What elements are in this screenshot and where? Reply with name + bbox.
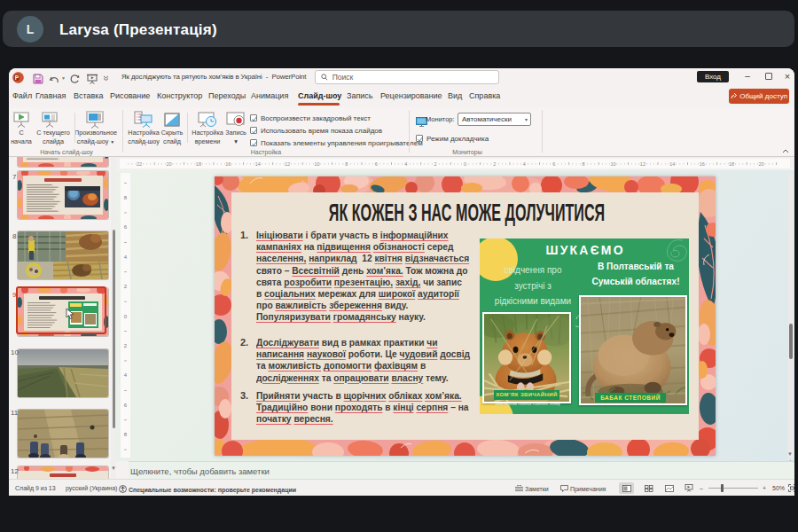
svg-text:2: 2 <box>493 161 496 167</box>
svg-text:P: P <box>15 74 20 81</box>
svg-text:22: 22 <box>137 161 142 167</box>
svg-text:16: 16 <box>225 161 231 167</box>
svg-text:16: 16 <box>700 161 705 167</box>
svg-text:2: 2 <box>434 161 437 167</box>
svg-text:20: 20 <box>166 161 171 167</box>
svg-text:8: 8 <box>345 161 348 167</box>
svg-text:12: 12 <box>640 161 645 167</box>
svg-text:12: 12 <box>285 161 290 167</box>
svg-text:20: 20 <box>758 161 763 167</box>
svg-text:0: 0 <box>464 161 466 167</box>
svg-text:10: 10 <box>610 161 615 167</box>
svg-text:8: 8 <box>583 161 585 167</box>
svg-text:14: 14 <box>255 161 261 167</box>
svg-text:4: 4 <box>523 161 526 167</box>
svg-text:6: 6 <box>375 161 378 167</box>
svg-text:10: 10 <box>314 161 319 167</box>
svg-text:14: 14 <box>669 161 675 167</box>
svg-text:6: 6 <box>552 161 555 167</box>
svg-text:18: 18 <box>729 161 734 167</box>
svg-text:18: 18 <box>196 161 201 167</box>
svg-text:4: 4 <box>404 161 407 167</box>
